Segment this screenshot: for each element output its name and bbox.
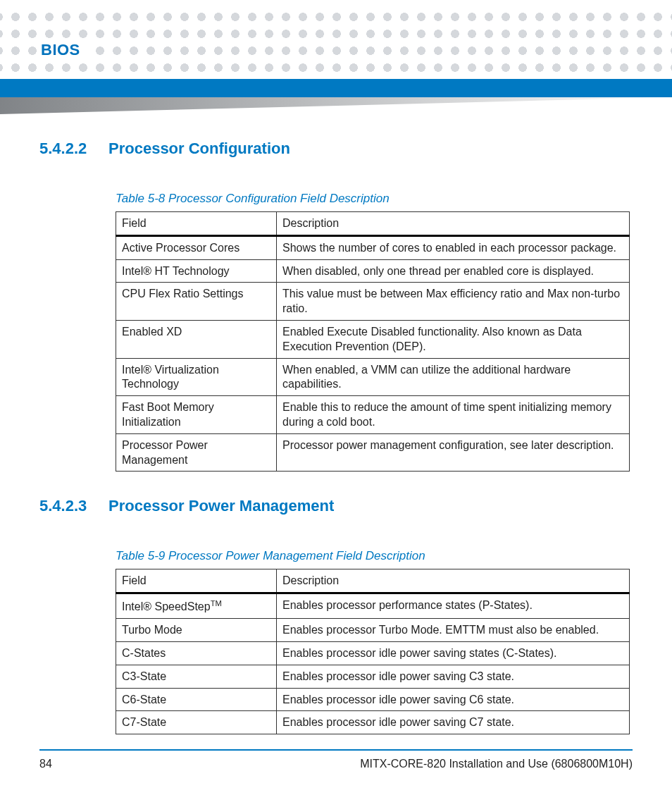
table-5-8: Field Description Active Processor Cores… <box>116 211 630 472</box>
page-footer: 84 MITX-CORE-820 Installation and Use (6… <box>39 749 633 770</box>
cell-field: C7-State <box>116 711 277 734</box>
table-5-9-body: Intel® SpeedStepTMEnables processor perf… <box>116 593 630 734</box>
section-title: Processor Configuration <box>108 140 290 158</box>
cell-description: Enables processor idle power saving C6 s… <box>277 688 630 711</box>
header-shadow-wedge <box>0 97 672 114</box>
cell-field: C6-State <box>116 688 277 711</box>
table-5-8-body: Active Processor CoresShows the number o… <box>116 235 630 472</box>
cell-description: Enables processor Turbo Mode. EMTTM must… <box>277 619 630 642</box>
cell-description: When enabled, a VMM can utilize the addi… <box>277 358 630 396</box>
page-content: 5.4.2.2 Processor Configuration Table 5-… <box>0 113 672 734</box>
table-row: C7-StateEnables processor idle power sav… <box>116 711 630 734</box>
cell-field: C3-State <box>116 665 277 688</box>
cell-field: Intel® Virtualization Technology <box>116 358 277 396</box>
table-5-9: Field Description Intel® SpeedStepTMEnab… <box>116 569 630 734</box>
chapter-label: BIOS <box>41 41 94 59</box>
page-number: 84 <box>39 758 52 770</box>
col-header-description: Description <box>277 212 630 236</box>
cell-description: Shows the number of cores to enabled in … <box>277 235 630 259</box>
table-caption-5-8: Table 5-8 Processor Configuration Field … <box>116 192 633 206</box>
section-number: 5.4.2.2 <box>39 140 92 158</box>
col-header-field: Field <box>116 212 277 236</box>
section-title: Processor Power Management <box>108 497 334 515</box>
cell-description: This value must be between Max efficienc… <box>277 283 630 321</box>
section-heading-5-4-2-2: 5.4.2.2 Processor Configuration <box>39 140 633 158</box>
table-header-row: Field Description <box>116 569 630 593</box>
table-row: Intel® SpeedStepTMEnables processor perf… <box>116 593 630 619</box>
table-row: C-StatesEnables processor idle power sav… <box>116 642 630 665</box>
cell-field: Enabled XD <box>116 320 277 358</box>
table-row: Fast Boot Memory InitializationEnable th… <box>116 396 630 434</box>
table-caption-5-9: Table 5-9 Processor Power Management Fie… <box>116 549 633 563</box>
cell-field: C-States <box>116 642 277 665</box>
cell-field: Fast Boot Memory Initialization <box>116 396 277 434</box>
table-row: Intel® HT TechnologyWhen disabled, only … <box>116 259 630 283</box>
header-dot-pattern <box>0 6 672 76</box>
cell-description: Enables processor idle power saving C7 s… <box>277 711 630 734</box>
table-row: Enabled XDEnabled Execute Disabled funct… <box>116 320 630 358</box>
table-header-row: Field Description <box>116 212 630 236</box>
cell-description: When disabled, only one thread per enabl… <box>277 259 630 283</box>
table-row: C6-StateEnables processor idle power sav… <box>116 688 630 711</box>
cell-field: Turbo Mode <box>116 619 277 642</box>
col-header-description: Description <box>277 569 630 593</box>
cell-description: Processor power management configuration… <box>277 433 630 472</box>
col-header-field: Field <box>116 569 277 593</box>
section-number: 5.4.2.3 <box>39 497 92 515</box>
cell-description: Enables processor idle power saving C3 s… <box>277 665 630 688</box>
table-row: CPU Flex Ratio SettingsThis value must b… <box>116 283 630 321</box>
table-row: Turbo ModeEnables processor Turbo Mode. … <box>116 619 630 642</box>
cell-description: Enables processor performance states (P-… <box>277 593 630 619</box>
table-row: Intel® Virtualization TechnologyWhen ena… <box>116 358 630 396</box>
section-heading-5-4-2-3: 5.4.2.3 Processor Power Management <box>39 497 633 515</box>
header-blue-bar <box>0 79 672 97</box>
document-title: MITX-CORE-820 Installation and Use (6806… <box>360 758 633 770</box>
cell-field: CPU Flex Ratio Settings <box>116 283 277 321</box>
table-row: Processor Power ManagementProcessor powe… <box>116 433 630 472</box>
footer-rule <box>39 749 633 751</box>
table-row: C3-StateEnables processor idle power sav… <box>116 665 630 688</box>
cell-description: Enables processor idle power saving stat… <box>277 642 630 665</box>
cell-field: Active Processor Cores <box>116 235 277 259</box>
cell-field: Processor Power Management <box>116 433 277 472</box>
cell-field: Intel® SpeedStepTM <box>116 593 277 619</box>
table-row: Active Processor CoresShows the number o… <box>116 235 630 259</box>
page-header: BIOS <box>0 0 672 113</box>
cell-description: Enabled Execute Disabled functionality. … <box>277 320 630 358</box>
cell-field: Intel® HT Technology <box>116 259 277 283</box>
cell-description: Enable this to reduce the amount of time… <box>277 396 630 434</box>
